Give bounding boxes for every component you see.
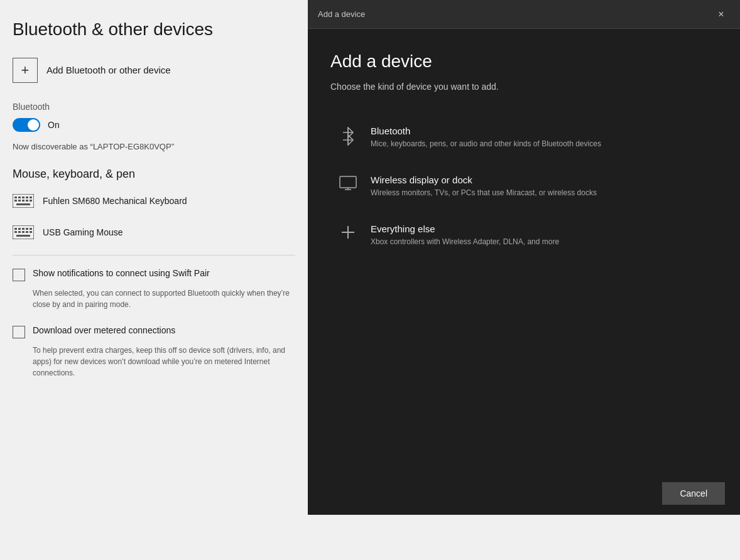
- svg-rect-16: [26, 228, 28, 230]
- svg-rect-22: [30, 231, 32, 233]
- svg-rect-10: [30, 200, 32, 202]
- svg-rect-1: [14, 197, 17, 198]
- bluetooth-toggle-row: On: [13, 118, 295, 132]
- add-device-label: Add Bluetooth or other device: [46, 65, 171, 75]
- svg-rect-27: [340, 176, 356, 188]
- svg-rect-11: [16, 203, 30, 205]
- keyboard-icon: [13, 192, 34, 210]
- dialog-header-title: Add a device: [318, 9, 365, 19]
- bluetooth-icon: [338, 126, 358, 146]
- swift-pair-label: Show notifications to connect using Swif…: [33, 268, 210, 278]
- svg-rect-6: [14, 200, 17, 202]
- svg-rect-4: [26, 197, 28, 198]
- option-everything-text: Everything else Xbox controllers with Wi…: [371, 223, 559, 247]
- option-wireless-text: Wireless display or dock Wireless monito…: [371, 175, 597, 198]
- bluetooth-toggle-text: On: [48, 120, 60, 130]
- svg-rect-2: [18, 197, 21, 198]
- add-icon: +: [13, 58, 38, 83]
- divider-1: [13, 255, 295, 256]
- dialog-subtitle: Choose the kind of device you want to ad…: [330, 82, 717, 92]
- svg-rect-14: [18, 228, 21, 230]
- device-item: Fuhlen SM680 Mechanical Keyboard: [13, 192, 295, 210]
- bluetooth-toggle[interactable]: [13, 118, 40, 132]
- svg-rect-21: [26, 231, 28, 233]
- option-bluetooth-title: Bluetooth: [371, 126, 601, 136]
- svg-rect-7: [18, 200, 21, 202]
- svg-rect-13: [14, 228, 17, 230]
- metered-checkbox[interactable]: [13, 326, 25, 338]
- option-wireless-title: Wireless display or dock: [371, 175, 597, 185]
- swift-pair-help: When selected, you can connect to suppor…: [33, 288, 295, 310]
- dialog-content: Add a device Choose the kind of device y…: [308, 29, 740, 472]
- page-title: Bluetooth & other devices: [13, 19, 295, 40]
- close-icon: ×: [718, 9, 724, 20]
- metered-help: To help prevent extra charges, keep this…: [33, 345, 295, 379]
- swift-pair-checkbox[interactable]: [13, 269, 25, 281]
- device-name-mouse: USB Gaming Mouse: [43, 227, 123, 237]
- svg-rect-17: [30, 228, 32, 230]
- svg-rect-3: [22, 197, 24, 198]
- svg-rect-19: [18, 231, 21, 233]
- option-everything-desc: Xbox controllers with Wireless Adapter, …: [371, 237, 559, 247]
- swift-pair-row: Show notifications to connect using Swif…: [13, 268, 295, 281]
- dialog-title: Add a device: [330, 51, 717, 72]
- option-bluetooth-text: Bluetooth Mice, keyboards, pens, or audi…: [371, 126, 601, 149]
- discoverable-text: Now discoverable as “LAPTOP-EG8K0VQP”: [13, 142, 295, 151]
- device-item-mouse: USB Gaming Mouse: [13, 223, 295, 241]
- svg-rect-9: [26, 200, 28, 202]
- plus-icon: [338, 223, 358, 240]
- dialog-header: Add a device ×: [308, 0, 740, 29]
- cancel-button[interactable]: Cancel: [662, 482, 725, 505]
- option-bluetooth-desc: Mice, keyboards, pens, or audio and othe…: [371, 139, 601, 149]
- svg-rect-5: [30, 197, 32, 198]
- device-name-keyboard: Fuhlen SM680 Mechanical Keyboard: [43, 196, 187, 206]
- monitor-icon: [338, 175, 358, 191]
- dialog-footer: Cancel: [308, 472, 740, 515]
- option-bluetooth[interactable]: Bluetooth Mice, keyboards, pens, or audi…: [330, 114, 717, 161]
- dialog-close-button[interactable]: ×: [712, 6, 730, 23]
- add-device-dialog: Add a device × Add a device Choose the k…: [308, 0, 740, 515]
- keyboard-icon-2: [13, 223, 34, 241]
- svg-rect-15: [22, 228, 24, 230]
- bluetooth-section-label: Bluetooth: [13, 102, 295, 112]
- mouse-keyboard-section-title: Mouse, keyboard, & pen: [13, 168, 295, 181]
- svg-rect-8: [22, 200, 24, 202]
- add-bluetooth-button[interactable]: + Add Bluetooth or other device: [13, 58, 171, 83]
- option-wireless-display[interactable]: Wireless display or dock Wireless monito…: [330, 163, 717, 210]
- svg-rect-23: [16, 235, 30, 237]
- metered-row: Download over metered connections: [13, 325, 295, 338]
- option-everything-else[interactable]: Everything else Xbox controllers with Wi…: [330, 212, 717, 259]
- svg-rect-18: [14, 231, 17, 233]
- settings-panel: Bluetooth & other devices + Add Bluetoot…: [0, 0, 308, 560]
- option-everything-title: Everything else: [371, 223, 559, 234]
- option-wireless-desc: Wireless monitors, TVs, or PCs that use …: [371, 188, 597, 198]
- svg-rect-20: [22, 231, 24, 233]
- metered-label: Download over metered connections: [33, 325, 175, 335]
